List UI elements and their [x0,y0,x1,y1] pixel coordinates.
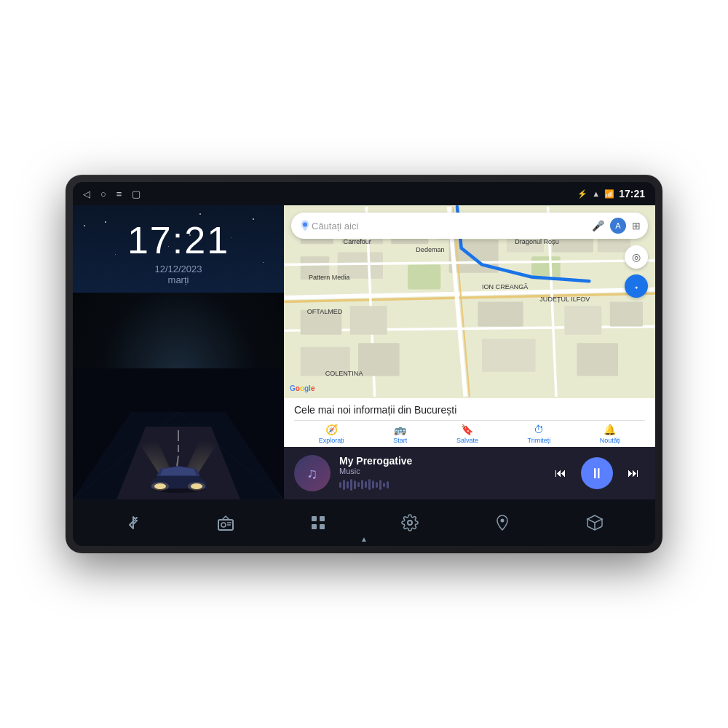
svg-text:Pattern Media: Pattern Media [309,274,350,281]
device: ◁ ○ ≡ ▢ ⚡ ▲ 📶 17:21 [66,175,662,553]
explore-icon: 🧭 [325,424,338,435]
map-search-bar[interactable]: Căutați aici 🎤 A ⊞ [291,213,648,239]
cube-button[interactable] [579,507,611,539]
tab-salvate-label: Salvate [456,437,478,444]
waveform-bar-5 [354,480,356,489]
waveform-bar-12 [379,480,381,490]
music-info: My Prerogative Music [339,455,540,492]
maps-button[interactable] [486,507,518,539]
car-svg [73,368,284,499]
tab-start[interactable]: 🚌 Start [393,424,407,444]
maps-nav-icon [494,514,511,531]
music-subtitle: Music [339,467,540,475]
nav-recent-icon[interactable]: ▢ [132,189,141,199]
svg-text:COLENTINA: COLENTINA [325,371,364,378]
svg-rect-25 [408,265,440,290]
status-bar: ◁ ○ ≡ ▢ ⚡ ▲ 📶 17:21 [73,182,655,205]
waveform-bar-10 [372,480,374,488]
svg-rect-43 [577,343,618,376]
tab-explorați-label: Explorați [319,437,344,444]
svg-text:Dragonul Roșu: Dragonul Roșu [515,238,558,245]
svg-rect-38 [564,306,601,335]
svg-rect-41 [358,343,400,376]
svg-point-63 [408,521,412,525]
play-pause-button[interactable]: ⏸ [581,457,613,489]
car-scene [73,293,284,499]
location-btn[interactable]: ◎ [625,245,648,269]
waveform-bar-2 [343,480,345,490]
svg-rect-60 [320,516,325,521]
swipe-up-arrow: ▲ [360,535,368,543]
svg-rect-37 [478,302,523,327]
tab-noutăți[interactable]: 🔔 Noutăți [600,424,621,444]
waveform-bar-3 [347,481,349,488]
svg-point-13 [188,482,205,491]
svg-text:ION CREANGĂ: ION CREANGĂ [482,284,529,291]
navigate-btn[interactable]: ⬩ [625,274,648,298]
news-icon: 🔔 [604,424,616,435]
prev-button[interactable]: ⏮ [549,462,572,485]
svg-point-56 [221,523,226,527]
svg-rect-62 [320,524,325,529]
tab-start-label: Start [393,437,407,444]
svg-rect-42 [482,339,536,372]
settings-icon [401,514,419,531]
status-time: 17:21 [619,188,645,199]
profile-icon[interactable]: A [610,218,626,234]
mic-icon[interactable]: 🎤 [592,220,604,232]
svg-point-54 [304,223,306,226]
bluetooth-icon [124,514,142,531]
maps-pin-icon [298,219,312,232]
info-tabs: 🧭 Explorați 🚌 Start 🔖 Salvate ⏱ [294,420,645,444]
share-icon: ⏱ [534,424,544,435]
bluetooth-button[interactable] [117,507,149,539]
waveform-bar-14 [387,481,389,488]
google-logo: Google [290,384,314,392]
map-search-placeholder[interactable]: Căutați aici [312,221,592,232]
signal-icon: 📶 [604,189,614,199]
screen: ◁ ○ ≡ ▢ ⚡ ▲ 📶 17:21 [73,182,655,546]
apps-button[interactable] [302,507,334,539]
nav-home-icon[interactable]: ○ [100,189,106,199]
nav-buttons: ◁ ○ ≡ ▢ [83,189,141,199]
music-waveform [339,478,540,492]
waveform-bar-11 [376,482,378,488]
info-title: Cele mai noi informații din București [294,404,645,416]
map-search-actions: 🎤 A ⊞ [592,218,641,234]
info-bar: Cele mai noi informații din București 🧭 … [284,398,655,447]
tab-trimiteți[interactable]: ⏱ Trimiteți [527,424,550,444]
waveform-bar-7 [361,480,363,489]
nav-menu-icon[interactable]: ≡ [116,189,122,199]
album-art: ♫ [294,455,331,491]
radio-icon [217,514,234,531]
music-player: ♫ My Prerogative Music [284,447,655,499]
svg-rect-59 [312,516,317,521]
grid-icon[interactable]: ⊞ [632,220,641,232]
radio-button[interactable] [210,507,242,539]
waveform-bar-1 [339,482,341,488]
wifi-icon: ▲ [592,189,600,198]
music-title: My Prerogative [339,455,540,467]
tab-explorați[interactable]: 🧭 Explorați [319,424,344,444]
left-panel: 17:21 12/12/2023 marți [73,205,284,499]
saved-icon: 🔖 [461,424,473,435]
map-controls: ◎ ⬩ [625,245,648,298]
bottom-bar: ▲ [73,499,655,546]
apps-icon [309,514,327,531]
bluetooth-status-icon: ⚡ [577,189,587,199]
svg-text:JUDEȚUL ILFOV: JUDEȚUL ILFOV [539,296,590,304]
nav-back-icon[interactable]: ◁ [83,189,90,199]
waveform-bar-13 [383,483,385,487]
settings-button[interactable] [394,507,426,539]
cube-icon [586,514,604,531]
map-area[interactable]: Pattern Media Carrefour Dragonul Roșu De… [284,205,655,398]
waveform-bar-9 [368,479,371,490]
waveform-bar-8 [365,481,367,488]
tab-trimiteți-label: Trimiteți [527,437,550,444]
svg-text:OFTALMED: OFTALMED [307,309,343,316]
svg-rect-61 [312,524,317,529]
right-panel: Pattern Media Carrefour Dragonul Roșu De… [284,205,655,499]
next-button[interactable]: ⏭ [622,462,645,485]
tab-salvate[interactable]: 🔖 Salvate [456,424,478,444]
status-icons: ⚡ ▲ 📶 17:21 [577,188,645,199]
